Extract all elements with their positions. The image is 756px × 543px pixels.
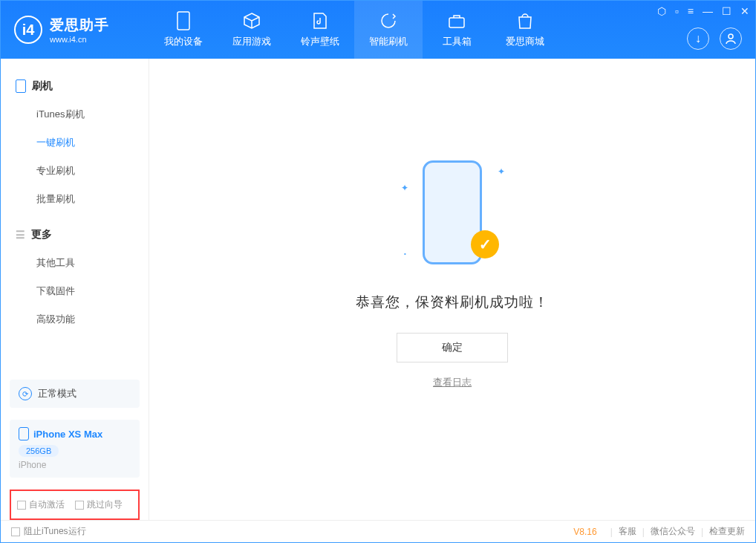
app-header: i4 爱思助手 www.i4.cn 我的设备 应用游戏 铃声壁纸 智能刷机 工具… [1, 1, 755, 59]
mode-icon: ⟳ [19, 387, 32, 400]
sidebar-item-other-tools[interactable]: 其他工具 [16, 249, 134, 277]
sidebar-heading-flash: 刷机 [16, 72, 134, 100]
options-box: 自动激活 跳过向导 [10, 490, 140, 520]
shirt-icon[interactable]: ⬡ [657, 5, 666, 17]
check-badge-icon: ✓ [471, 230, 499, 259]
device-info-card[interactable]: iPhone XS Max 256GB iPhone [10, 420, 140, 478]
music-file-icon [310, 11, 330, 30]
shopping-bag-icon [515, 11, 535, 30]
device-icon [16, 79, 26, 93]
footer: 阻止iTunes运行 V8.16 | 客服 | 微信公众号 | 检查更新 [1, 520, 755, 542]
sparkle-icon: ✦ [498, 166, 505, 177]
device-mode-label: 正常模式 [38, 387, 76, 400]
device-type: iPhone [19, 460, 131, 470]
main-content: ✓ ✦ ✦ • 恭喜您，保资料刷机成功啦！ 确定 查看日志 [149, 59, 755, 520]
grid-icon[interactable]: ▫ [675, 5, 679, 17]
device-storage: 256GB [19, 445, 59, 457]
footer-link-wechat[interactable]: 微信公众号 [651, 525, 695, 538]
sparkle-icon: ✦ [401, 183, 408, 193]
checkbox-skip-setup[interactable]: 跳过向导 [75, 498, 123, 511]
phone-small-icon [19, 427, 29, 440]
phone-icon [174, 11, 193, 30]
main-nav: 我的设备 应用游戏 铃声壁纸 智能刷机 工具箱 爱思商城 [149, 1, 559, 59]
nav-smart-flash[interactable]: 智能刷机 [354, 1, 423, 59]
nav-apps-games[interactable]: 应用游戏 [218, 1, 286, 59]
device-mode-card[interactable]: ⟳ 正常模式 [10, 380, 140, 408]
logo-area: i4 爱思助手 www.i4.cn [1, 16, 149, 44]
svg-rect-0 [177, 12, 189, 30]
sidebar-item-oneclick-flash[interactable]: 一键刷机 [16, 129, 134, 157]
app-logo-icon: i4 [14, 16, 42, 44]
view-log-link[interactable]: 查看日志 [433, 376, 472, 389]
cube-icon [242, 11, 261, 30]
nav-store[interactable]: 爱思商城 [491, 1, 559, 59]
list-icon: ☰ [16, 229, 25, 241]
app-url: www.i4.cn [50, 35, 109, 44]
sidebar-item-advanced[interactable]: 高级功能 [16, 305, 134, 334]
svg-rect-1 [449, 18, 464, 27]
window-controls: ⬡ ▫ ≡ — ☐ ✕ [657, 5, 749, 17]
success-illustration: ✓ ✦ ✦ • [411, 160, 493, 272]
sparkle-icon: • [404, 250, 406, 257]
success-message: 恭喜您，保资料刷机成功啦！ [356, 293, 549, 312]
svg-point-2 [729, 34, 733, 39]
refresh-shield-icon [379, 11, 398, 30]
user-icon[interactable] [720, 27, 742, 50]
version-label: V8.16 [573, 527, 596, 537]
toolbox-icon [447, 11, 466, 30]
sidebar-item-pro-flash[interactable]: 专业刷机 [16, 157, 134, 185]
maximize-icon[interactable]: ☐ [722, 5, 731, 17]
download-icon[interactable]: ↓ [687, 27, 709, 50]
nav-ringtone-wallpaper[interactable]: 铃声壁纸 [286, 1, 354, 59]
sidebar-item-itunes-flash[interactable]: iTunes刷机 [16, 100, 134, 129]
footer-link-update[interactable]: 检查更新 [709, 525, 745, 538]
menu-icon[interactable]: ≡ [688, 5, 694, 17]
checkbox-auto-activate[interactable]: 自动激活 [17, 498, 65, 511]
sidebar: 刷机 iTunes刷机 一键刷机 专业刷机 批量刷机 ☰ 更多 其他工具 下载固… [1, 59, 149, 520]
footer-link-support[interactable]: 客服 [619, 525, 636, 538]
app-name: 爱思助手 [50, 16, 109, 35]
sidebar-item-batch-flash[interactable]: 批量刷机 [16, 185, 134, 213]
ok-button[interactable]: 确定 [397, 333, 508, 362]
nav-my-device[interactable]: 我的设备 [149, 1, 218, 59]
sidebar-item-download-firmware[interactable]: 下载固件 [16, 277, 134, 305]
device-name: iPhone XS Max [33, 429, 102, 440]
nav-toolbox[interactable]: 工具箱 [423, 1, 491, 59]
minimize-icon[interactable]: — [703, 5, 713, 17]
close-icon[interactable]: ✕ [740, 5, 749, 17]
checkbox-block-itunes[interactable]: 阻止iTunes运行 [11, 525, 86, 538]
sidebar-heading-more: ☰ 更多 [16, 221, 134, 249]
